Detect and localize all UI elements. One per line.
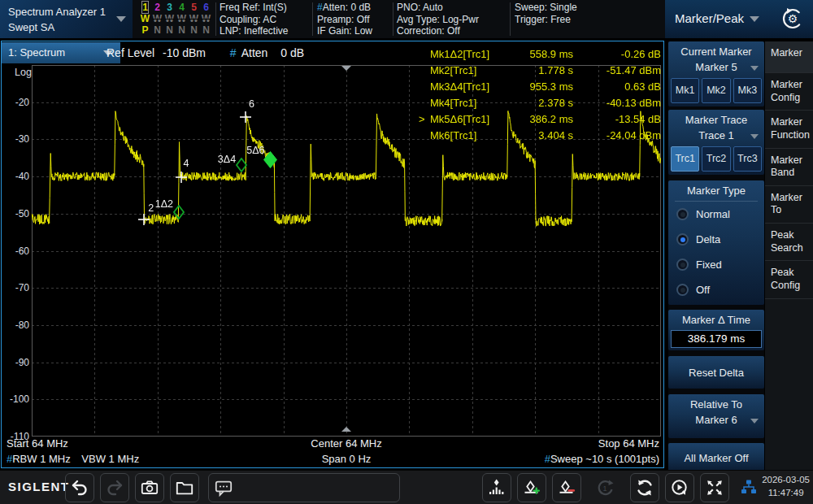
trace-flag[interactable]: W — [176, 13, 188, 24]
reset-delta-button[interactable]: Reset Delta — [668, 356, 764, 389]
screenshot-camera-button[interactable] — [135, 473, 164, 502]
span-readout: Span 0 Hz — [322, 453, 372, 465]
softkey-marker[interactable]: Marker — [765, 41, 813, 73]
softkey-marker-band[interactable]: Marker Band — [765, 149, 813, 186]
trace-flag[interactable]: 3 — [163, 2, 176, 13]
trace-flag[interactable]: N — [151, 24, 163, 36]
trace-flag[interactable]: 2 — [151, 2, 163, 13]
trace-flag[interactable]: W — [151, 13, 163, 24]
radio-icon — [676, 208, 689, 220]
y-axis-tick-label: -50 — [2, 208, 29, 219]
y-axis-tick-label: -70 — [2, 282, 29, 293]
status-column: #Atten: 0 dBPreamp: OffIF Gain: Low — [317, 2, 372, 37]
trace-flag[interactable]: W — [200, 13, 212, 24]
lan-network-icon[interactable] — [741, 479, 757, 495]
current-marker-dropdown[interactable]: Marker 5 — [668, 61, 764, 73]
marker-type-options: NormalDeltaFixedOff — [668, 202, 764, 302]
status-column: Freq Ref: Int(S)Coupling: ACLNP: Ineffec… — [220, 2, 289, 37]
trace-flag[interactable]: W — [139, 13, 151, 24]
marker-select-mk2-button[interactable]: Mk2 — [702, 78, 730, 103]
app-mode-selector[interactable]: Spectrum Analyzer 1 Swept SA — [0, 0, 133, 38]
trace-flag[interactable]: N — [188, 24, 200, 36]
softkey-peak-config[interactable]: Peak Config — [765, 261, 813, 298]
trace-flag[interactable]: N — [163, 24, 176, 36]
marker-table-row[interactable]: Mk3Δ4[Trc1]955.3 ms0.63 dB — [419, 79, 661, 95]
scale-type-label: Log — [15, 67, 32, 78]
trace-select-trc3-button[interactable]: Trc3 — [733, 146, 762, 172]
start-freq-readout: Start 64 MHz — [7, 437, 68, 450]
marker-2-glyph-cross[interactable] — [137, 213, 150, 229]
marker-3-glyph-diamond[interactable] — [236, 158, 247, 176]
marker-trace-label: Marker Trace — [668, 114, 764, 126]
marker-table-row[interactable]: Mk1Δ2[Trc1]558.9 ms-0.26 dB — [419, 46, 661, 63]
y-axis-tick-label: -90 — [2, 357, 29, 368]
message-status-panel[interactable] — [208, 473, 400, 502]
marker-3-label: 3Δ4 — [218, 154, 236, 165]
y-axis-tick-label: -30 — [2, 133, 29, 145]
rbw-vbw-readout: #RBW 1 MHz VBW 1 MHz — [7, 453, 139, 465]
marker-table-row[interactable]: Mk4[Trc1]2.378 s-40.13 dBm — [419, 95, 661, 111]
trace-flag[interactable]: W — [188, 13, 200, 24]
trace-select-trc2-button[interactable]: Trc2 — [702, 146, 730, 172]
marker-type-option-off[interactable]: Off — [668, 277, 764, 302]
trace-flag[interactable]: N — [200, 24, 212, 36]
marker-table-row[interactable]: >Mk5Δ6[Trc1]386.2 ms-13.54 dB — [419, 111, 661, 128]
file-save-folder-button[interactable] — [170, 473, 199, 502]
undo-button[interactable] — [65, 473, 94, 502]
trace-flag[interactable]: 1 — [139, 2, 151, 13]
y-axis-tick-label: -20 — [2, 97, 29, 108]
preset-gear-icon[interactable]: ⚙ — [780, 7, 805, 31]
softkey-marker-function[interactable]: Marker Function — [765, 111, 813, 148]
stop-freq-readout: Stop 64 MHz — [598, 437, 659, 450]
marker-readout-table: Mk1Δ2[Trc1]558.9 ms-0.26 dBMk2[Trc1]1.77… — [419, 46, 661, 144]
trace-flag[interactable]: P — [139, 24, 151, 36]
fullscreen-expand-button[interactable] — [700, 473, 729, 502]
marker-to-peak-button[interactable] — [482, 473, 511, 502]
trace-flag[interactable]: 5 — [188, 2, 200, 13]
all-marker-off-button[interactable]: All Marker Off — [668, 443, 764, 472]
ref-level-value: -10 dBm — [163, 46, 206, 59]
svg-text:1: 1 — [602, 484, 606, 493]
single-sweep-button[interactable] — [665, 473, 694, 502]
marker-type-label: Marker Type — [668, 185, 764, 197]
softkey-peak-search[interactable]: Peak Search — [765, 224, 813, 261]
app-title-line2: Swept SA — [8, 20, 133, 36]
add-marker-button[interactable] — [517, 473, 546, 502]
trace-flag[interactable]: W — [163, 13, 176, 24]
softkey-menu-title: Marker/Peak — [675, 11, 744, 25]
trace-select-trc1-button[interactable]: Trc1 — [671, 146, 699, 172]
trace-status-flags[interactable]: 123456WWWWWWPNNNNN — [139, 2, 217, 37]
marker-select-mk1-button[interactable]: Mk1 — [671, 78, 699, 103]
relative-to-dropdown[interactable]: Marker 6 — [668, 414, 764, 426]
marker-trace-dropdown[interactable]: Trace 1 — [668, 129, 764, 141]
trace-flag[interactable]: 4 — [176, 2, 188, 13]
chevron-down-icon — [750, 419, 759, 424]
marker-type-option-fixed[interactable]: Fixed — [668, 252, 764, 277]
trace-flag[interactable]: N — [176, 24, 188, 36]
continuous-sweep-button[interactable] — [630, 473, 659, 502]
marker-table-row[interactable]: Mk2[Trc1]1.778 s-51.47 dBm — [419, 63, 661, 79]
softkey-marker-config[interactable]: Marker Config — [765, 73, 813, 111]
marker-5-glyph-diamond-filled[interactable] — [263, 151, 277, 172]
trace-flag[interactable]: 6 — [200, 2, 212, 13]
marker-type-option-normal[interactable]: Normal — [668, 202, 764, 227]
remove-marker-button[interactable] — [552, 473, 581, 502]
softkey-marker-to[interactable]: Marker To — [765, 186, 813, 224]
tab-spectrum[interactable]: 1: Spectrum — [2, 42, 120, 63]
redo-button[interactable] — [100, 473, 129, 502]
softkey-menu-header[interactable]: Marker/Peak ⚙ — [665, 0, 813, 38]
marker-6-glyph-cross[interactable] — [239, 111, 252, 127]
marker-type-option-delta[interactable]: Delta — [668, 227, 764, 252]
radio-label: Normal — [696, 208, 730, 220]
marker-4-glyph-cross[interactable] — [175, 171, 188, 187]
hash-prefix: # — [545, 453, 550, 465]
marker-select-mk3-button[interactable]: Mk3 — [733, 78, 762, 103]
marker-delta-time-value[interactable]: 386.179 ms — [671, 330, 762, 348]
sweep-readout: #Sweep ~10 s (1001pts) — [545, 453, 659, 465]
marker-table-row[interactable]: Mk6[Trc1]3.404 s-24.04 dBm — [419, 128, 661, 144]
marker-1-glyph-diamond[interactable] — [173, 205, 185, 223]
brand-logo: SIGLENT — [8, 480, 70, 493]
marker-6-label: 6 — [249, 98, 254, 110]
radio-label: Fixed — [696, 259, 722, 271]
marker-1-label: 1Δ2 — [155, 198, 173, 210]
